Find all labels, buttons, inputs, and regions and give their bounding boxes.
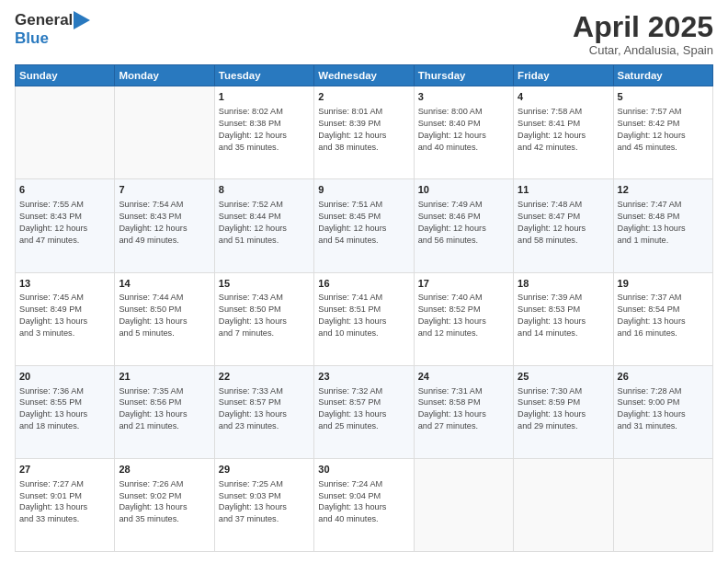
day-number: 7 [119,183,210,197]
day-detail: Sunrise: 7:28 AM Sunset: 9:00 PM Dayligh… [618,385,709,433]
day-detail: Sunrise: 7:54 AM Sunset: 8:43 PM Dayligh… [119,199,210,247]
calendar-day-cell: 14Sunrise: 7:44 AM Sunset: 8:50 PM Dayli… [115,272,214,365]
day-number: 2 [318,90,409,104]
calendar-day-cell: 22Sunrise: 7:33 AM Sunset: 8:57 PM Dayli… [214,365,313,458]
day-number: 15 [219,277,310,291]
calendar-day-header: Sunday [16,65,115,86]
page-title: April 2025 [573,11,713,43]
day-detail: Sunrise: 7:37 AM Sunset: 8:54 PM Dayligh… [618,292,709,339]
header: General Blue April 2025 Cutar, Andalusia… [15,11,713,57]
day-detail: Sunrise: 7:49 AM Sunset: 8:46 PM Dayligh… [418,199,509,247]
day-detail: Sunrise: 7:45 AM Sunset: 8:49 PM Dayligh… [19,292,110,339]
calendar-day-header: Thursday [414,65,513,86]
day-number: 27 [19,463,110,477]
day-detail: Sunrise: 7:44 AM Sunset: 8:50 PM Dayligh… [119,292,210,339]
day-detail: Sunrise: 7:35 AM Sunset: 8:56 PM Dayligh… [119,385,210,433]
day-number: 26 [618,370,709,384]
calendar-week-row: 20Sunrise: 7:36 AM Sunset: 8:55 PM Dayli… [16,365,713,458]
calendar-day-cell: 29Sunrise: 7:25 AM Sunset: 9:03 PM Dayli… [214,458,313,551]
calendar-day-cell: 21Sunrise: 7:35 AM Sunset: 8:56 PM Dayli… [115,365,214,458]
day-number: 6 [19,183,110,197]
calendar-day-cell [613,458,712,551]
page: General Blue April 2025 Cutar, Andalusia… [0,0,728,563]
calendar-day-cell: 19Sunrise: 7:37 AM Sunset: 8:54 PM Dayli… [613,272,712,365]
calendar-day-cell: 10Sunrise: 7:49 AM Sunset: 8:46 PM Dayli… [414,179,513,272]
calendar-day-header: Saturday [613,65,712,86]
day-detail: Sunrise: 7:26 AM Sunset: 9:02 PM Dayligh… [119,478,210,526]
day-number: 16 [318,277,409,291]
calendar-day-cell [115,86,214,179]
day-detail: Sunrise: 7:47 AM Sunset: 8:48 PM Dayligh… [618,199,709,247]
calendar-day-header: Friday [514,65,613,86]
day-detail: Sunrise: 7:48 AM Sunset: 8:47 PM Dayligh… [518,199,609,247]
day-number: 14 [119,277,210,291]
calendar-day-cell: 25Sunrise: 7:30 AM Sunset: 8:59 PM Dayli… [514,365,613,458]
calendar-day-cell [514,458,613,551]
calendar-day-cell: 23Sunrise: 7:32 AM Sunset: 8:57 PM Dayli… [314,365,414,458]
logo-icon [74,11,90,29]
header-right: April 2025 Cutar, Andalusia, Spain [573,11,713,57]
calendar-day-cell: 18Sunrise: 7:39 AM Sunset: 8:53 PM Dayli… [514,272,613,365]
calendar-table: SundayMondayTuesdayWednesdayThursdayFrid… [15,64,713,552]
calendar-week-row: 6Sunrise: 7:55 AM Sunset: 8:43 PM Daylig… [16,179,713,272]
day-number: 4 [518,90,609,104]
day-detail: Sunrise: 7:25 AM Sunset: 9:03 PM Dayligh… [219,478,310,526]
day-detail: Sunrise: 8:00 AM Sunset: 8:40 PM Dayligh… [418,106,509,154]
calendar-day-header: Wednesday [314,65,414,86]
day-detail: Sunrise: 7:31 AM Sunset: 8:58 PM Dayligh… [418,385,509,433]
day-detail: Sunrise: 7:36 AM Sunset: 8:55 PM Dayligh… [19,385,110,433]
calendar-day-cell [16,86,115,179]
calendar-day-cell: 12Sunrise: 7:47 AM Sunset: 8:48 PM Dayli… [613,179,712,272]
day-detail: Sunrise: 8:02 AM Sunset: 8:38 PM Dayligh… [219,106,310,154]
calendar-day-cell: 9Sunrise: 7:51 AM Sunset: 8:45 PM Daylig… [314,179,414,272]
calendar-day-cell: 24Sunrise: 7:31 AM Sunset: 8:58 PM Dayli… [414,365,513,458]
day-number: 28 [119,463,210,477]
day-number: 3 [418,90,509,104]
day-detail: Sunrise: 7:39 AM Sunset: 8:53 PM Dayligh… [518,292,609,339]
calendar-day-cell: 2Sunrise: 8:01 AM Sunset: 8:39 PM Daylig… [314,86,414,179]
calendar-week-row: 27Sunrise: 7:27 AM Sunset: 9:01 PM Dayli… [16,458,713,551]
calendar-day-cell: 3Sunrise: 8:00 AM Sunset: 8:40 PM Daylig… [414,86,513,179]
day-detail: Sunrise: 7:43 AM Sunset: 8:50 PM Dayligh… [219,292,310,339]
day-number: 12 [618,183,709,197]
day-number: 11 [518,183,609,197]
day-detail: Sunrise: 7:32 AM Sunset: 8:57 PM Dayligh… [318,385,409,433]
calendar-day-cell: 6Sunrise: 7:55 AM Sunset: 8:43 PM Daylig… [16,179,115,272]
day-number: 22 [219,370,310,384]
calendar-day-cell: 26Sunrise: 7:28 AM Sunset: 9:00 PM Dayli… [613,365,712,458]
day-detail: Sunrise: 7:24 AM Sunset: 9:04 PM Dayligh… [318,478,409,526]
calendar-day-cell: 4Sunrise: 7:58 AM Sunset: 8:41 PM Daylig… [514,86,613,179]
day-detail: Sunrise: 7:55 AM Sunset: 8:43 PM Dayligh… [19,199,110,247]
calendar-header-row: SundayMondayTuesdayWednesdayThursdayFrid… [16,65,713,86]
calendar-day-cell: 5Sunrise: 7:57 AM Sunset: 8:42 PM Daylig… [613,86,712,179]
day-detail: Sunrise: 7:27 AM Sunset: 9:01 PM Dayligh… [19,478,110,526]
calendar-day-cell: 30Sunrise: 7:24 AM Sunset: 9:04 PM Dayli… [314,458,414,551]
svg-marker-0 [74,11,90,29]
calendar-day-cell: 13Sunrise: 7:45 AM Sunset: 8:49 PM Dayli… [16,272,115,365]
calendar-day-cell: 20Sunrise: 7:36 AM Sunset: 8:55 PM Dayli… [16,365,115,458]
day-detail: Sunrise: 8:01 AM Sunset: 8:39 PM Dayligh… [318,106,409,154]
calendar-day-cell: 15Sunrise: 7:43 AM Sunset: 8:50 PM Dayli… [214,272,313,365]
logo-general-text: General [15,11,73,29]
calendar-day-cell: 16Sunrise: 7:41 AM Sunset: 8:51 PM Dayli… [314,272,414,365]
day-number: 18 [518,277,609,291]
calendar-day-cell: 11Sunrise: 7:48 AM Sunset: 8:47 PM Dayli… [514,179,613,272]
day-number: 23 [318,370,409,384]
day-number: 21 [119,370,210,384]
day-number: 25 [518,370,609,384]
calendar-week-row: 13Sunrise: 7:45 AM Sunset: 8:49 PM Dayli… [16,272,713,365]
calendar-day-cell: 28Sunrise: 7:26 AM Sunset: 9:02 PM Dayli… [115,458,214,551]
logo: General Blue [15,11,91,48]
calendar-week-row: 1Sunrise: 8:02 AM Sunset: 8:38 PM Daylig… [16,86,713,179]
day-number: 10 [418,183,509,197]
calendar-day-cell [414,458,513,551]
logo-blue-text: Blue [15,29,49,47]
day-number: 30 [318,463,409,477]
day-detail: Sunrise: 7:51 AM Sunset: 8:45 PM Dayligh… [318,199,409,247]
day-detail: Sunrise: 7:30 AM Sunset: 8:59 PM Dayligh… [518,385,609,433]
calendar-day-cell: 8Sunrise: 7:52 AM Sunset: 8:44 PM Daylig… [214,179,313,272]
day-detail: Sunrise: 7:40 AM Sunset: 8:52 PM Dayligh… [418,292,509,339]
day-number: 5 [618,90,709,104]
day-detail: Sunrise: 7:33 AM Sunset: 8:57 PM Dayligh… [219,385,310,433]
day-number: 20 [19,370,110,384]
